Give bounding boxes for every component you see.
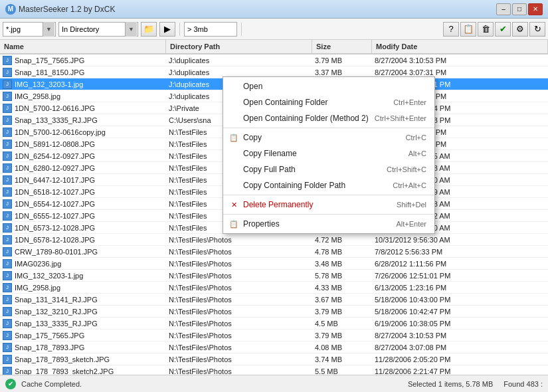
copy-button[interactable]: 📋 [460, 22, 476, 37]
context-menu-separator [223, 214, 434, 215]
col-header-size[interactable]: Size [312, 40, 372, 53]
filter-input[interactable] [3, 22, 56, 37]
context-item-shortcut: Shift+Del [397, 201, 426, 209]
cell-filename: J CRW_1789-80-0101.JPG [0, 246, 166, 257]
file-icon: J [3, 367, 12, 375]
title-bar: M MasterSeeker 1.2 by DxCK – □ ✕ [0, 0, 548, 19]
cell-filename: J 1DN_6554-12-1027.JPG [0, 198, 166, 209]
cell-dir: J:\duplicates [166, 54, 312, 66]
table-row[interactable]: J Snap_178_7893.JPG N:\TestFiles\Photos … [0, 342, 548, 353]
toolbar-separator-2 [241, 23, 242, 36]
file-icon: J [3, 116, 12, 125]
filter-wrapper: ▼ [3, 22, 56, 37]
col-header-date[interactable]: Modify Date [372, 40, 548, 53]
help-button[interactable]: ? [443, 22, 459, 37]
table-row[interactable]: J 1DN_6578-12-1028.JPG N:\TestFiles\Phot… [0, 234, 548, 246]
delete-button[interactable]: 🗑 [478, 22, 494, 37]
context-item-label: Open Containing Folder [243, 98, 327, 107]
context-item-label: Open Containing Folder (Method 2) [243, 114, 369, 123]
cell-filename: J IMG_132_3203-1.jpg [0, 270, 166, 281]
location-wrapper: In Directory Everywhere ▼ [58, 22, 138, 37]
table-row[interactable]: J Snap_132_3210_RJ.JPG N:\TestFiles\Phot… [0, 306, 548, 318]
table-row[interactable]: J Snap_178_7893_sketch2.JPG N:\TestFiles… [0, 365, 548, 375]
open-folder-button[interactable]: 📁 [141, 22, 157, 37]
cell-dir: N:\TestFiles\Photos [166, 318, 312, 329]
context-menu-item[interactable]: Copy Containing Folder Path Ctrl+Alt+C [223, 177, 434, 193]
cell-filename: J 1DN_6555-12-1027.JPG [0, 210, 166, 221]
cell-date: 11/28/2006 2:21:47 PM [372, 365, 548, 375]
context-menu-item[interactable]: Copy Filename Alt+C [223, 146, 434, 161]
cell-date: 6/28/2012 1:11:56 PM [372, 258, 548, 269]
title-text: MasterSeeker 1.2 by DxCK [19, 5, 115, 14]
context-menu-item[interactable]: 📋 Properties Alt+Enter [223, 216, 434, 232]
cell-date: 6/19/2006 10:38:05 PM [372, 318, 548, 329]
title-controls[interactable]: – □ ✕ [496, 3, 543, 15]
context-item-label: Properties [243, 219, 280, 229]
table-row[interactable]: J Snap_131_3141_RJ.JPG N:\TestFiles\Phot… [0, 294, 548, 306]
context-item-label: Copy Containing Folder Path [243, 181, 345, 190]
refresh-button[interactable]: ↻ [529, 22, 545, 37]
check-button[interactable]: ✔ [495, 22, 511, 37]
cache-status-text: Cache Completed. [21, 380, 82, 388]
cell-filename: J Snap_175_7565.JPG [0, 54, 166, 66]
title-bar-left: M MasterSeeker 1.2 by DxCK [5, 4, 115, 15]
table-row[interactable]: J Snap_175_7565.JPG J:\duplicates 3.79 M… [0, 54, 548, 66]
cell-filename: J Snap_178_7893_sketch2.JPG [0, 365, 166, 375]
cell-filename: J 1DN_6447-12-1017.JPG [0, 174, 166, 185]
context-menu-item[interactable]: ✕ Delete Permanently Shift+Del [223, 197, 434, 213]
cell-date: 7/8/2012 5:56:33 PM [372, 246, 548, 257]
cell-filename: J Snap_131_3141_RJ.JPG [0, 294, 166, 305]
cell-filename: J IMG_2958.jpg [0, 282, 166, 293]
column-headers: Name Directory Path Size Modify Date [0, 40, 548, 54]
file-icon: J [3, 283, 12, 292]
cell-size: 3.67 MB [312, 294, 372, 305]
context-item-label: Copy Full Path [243, 165, 296, 174]
cell-date: 10/31/2012 9:56:30 AM [372, 234, 548, 245]
file-icon: J [3, 271, 12, 280]
file-icon: J [3, 235, 12, 245]
cell-filename: J Snap_175_7565.JPG [0, 330, 166, 341]
cell-size: 3.74 MB [312, 353, 372, 365]
settings-button[interactable]: ⚙ [512, 22, 528, 37]
cell-date: 11/28/2006 2:05:20 PM [372, 353, 548, 365]
context-item-icon: ✕ [228, 199, 239, 210]
file-icon: J [3, 343, 12, 352]
cell-filename: J 1DN_6573-12-1028.JPG [0, 222, 166, 233]
cell-size: 4.08 MB [312, 342, 372, 353]
app-icon: M [5, 4, 16, 15]
cell-dir: N:\TestFiles\Photos [166, 234, 312, 245]
folder-action-button[interactable]: ▶ [159, 22, 175, 37]
col-header-name[interactable]: Name [0, 40, 166, 53]
file-icon: J [3, 319, 12, 328]
context-menu-item[interactable]: Copy Full Path Ctrl+Shift+C [223, 161, 434, 177]
context-menu-item[interactable]: Open [223, 78, 434, 94]
file-icon: J [3, 223, 12, 233]
cell-filename: J Snap_178_7893.JPG [0, 342, 166, 353]
cell-filename: J 1DN_6518-12-1027.JPG [0, 186, 166, 197]
size-filter-input[interactable] [184, 22, 237, 37]
context-menu-item[interactable]: Open Containing Folder (Method 2) Ctrl+S… [223, 110, 434, 126]
table-row[interactable]: J IMAG0236.jpg N:\TestFiles\Photos 3.48 … [0, 258, 548, 270]
toolbar: ▼ In Directory Everywhere ▼ 📁 ▶ ? 📋 🗑 ✔ … [0, 19, 548, 40]
cell-dir: N:\TestFiles\Photos [166, 282, 312, 293]
cell-filename: J Snap_178_7893_sketch.JPG [0, 353, 166, 365]
context-menu: Open Open Containing Folder Ctrl+Enter O… [223, 76, 435, 234]
table-row[interactable]: J CRW_1789-80-0101.JPG N:\TestFiles\Phot… [0, 246, 548, 258]
close-button[interactable]: ✕ [528, 3, 543, 15]
table-row[interactable]: J IMG_2958.jpg N:\TestFiles\Photos 4.33 … [0, 282, 548, 294]
context-menu-item[interactable]: Open Containing Folder Ctrl+Enter [223, 94, 434, 110]
file-icon: J [3, 163, 12, 173]
table-row[interactable]: J Snap_175_7565.JPG N:\TestFiles\Photos … [0, 330, 548, 342]
cell-dir: N:\TestFiles\Photos [166, 258, 312, 269]
table-row[interactable]: J Snap_178_7893_sketch.JPG N:\TestFiles\… [0, 353, 548, 365]
col-header-dir[interactable]: Directory Path [166, 40, 312, 53]
maximize-button[interactable]: □ [512, 3, 527, 15]
minimize-button[interactable]: – [496, 3, 511, 15]
file-icon: J [3, 187, 12, 197]
location-select[interactable]: In Directory Everywhere [58, 22, 138, 37]
context-menu-item[interactable]: 📋 Copy Ctrl+C [223, 130, 434, 146]
table-row[interactable]: J IMG_132_3203-1.jpg N:\TestFiles\Photos… [0, 270, 548, 282]
cell-date: 8/27/2004 3:07:08 PM [372, 342, 548, 353]
cell-filename: J 1DN_6254-12-0927.JPG [0, 150, 166, 161]
table-row[interactable]: J Snap_133_3335_RJ.JPG N:\TestFiles\Phot… [0, 318, 548, 330]
